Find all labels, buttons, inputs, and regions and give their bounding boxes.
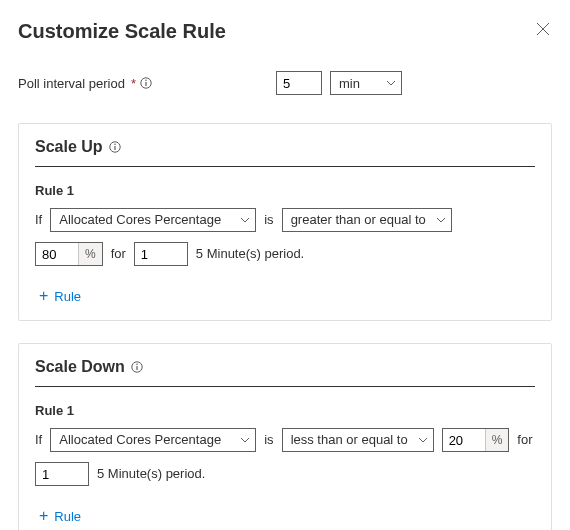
svg-rect-7 (136, 366, 137, 370)
scale-up-threshold-field[interactable]: % (35, 242, 103, 266)
poll-interval-input[interactable] (276, 71, 322, 95)
svg-rect-8 (136, 364, 137, 365)
plus-icon: + (39, 508, 48, 524)
for-label: for (517, 428, 532, 452)
svg-rect-1 (145, 82, 146, 86)
for-label: for (111, 242, 126, 266)
info-icon[interactable] (109, 141, 121, 153)
svg-rect-2 (145, 80, 146, 81)
chevron-down-icon (240, 217, 250, 223)
required-asterisk: * (131, 76, 136, 91)
svg-rect-4 (114, 146, 115, 150)
svg-rect-5 (114, 144, 115, 145)
scale-down-period-count-input[interactable] (35, 462, 89, 486)
close-icon[interactable] (534, 20, 552, 38)
period-text: 5 Minute(s) period. (97, 462, 205, 486)
scale-down-threshold-field[interactable]: % (442, 428, 510, 452)
scale-down-panel: Scale Down Rule 1 If Allocated Cores Per… (18, 343, 552, 530)
chevron-down-icon (436, 217, 446, 223)
poll-unit-select[interactable]: min (330, 71, 402, 95)
is-label: is (264, 208, 273, 232)
scale-up-metric-select[interactable]: Allocated Cores Percentage (50, 208, 256, 232)
poll-unit-value: min (339, 76, 360, 91)
scale-up-rule-title: Rule 1 (35, 183, 535, 198)
scale-up-operator-value: greater than or equal to (291, 208, 426, 232)
info-icon[interactable] (131, 361, 143, 373)
scale-down-operator-select[interactable]: less than or equal to (282, 428, 434, 452)
chevron-down-icon (386, 80, 396, 86)
info-icon[interactable] (140, 77, 152, 89)
scale-down-rule-title: Rule 1 (35, 403, 535, 418)
add-rule-label: Rule (54, 509, 81, 524)
percent-suffix: % (485, 429, 509, 451)
scale-down-add-rule-button[interactable]: + Rule (35, 504, 85, 526)
scale-down-operator-value: less than or equal to (291, 428, 408, 452)
poll-interval-label: Poll interval period (18, 76, 125, 91)
scale-up-panel: Scale Up Rule 1 If Allocated Cores Perce… (18, 123, 552, 321)
scale-up-heading: Scale Up (35, 138, 103, 156)
scale-up-metric-value: Allocated Cores Percentage (59, 208, 221, 232)
if-label: If (35, 208, 42, 232)
scale-down-metric-select[interactable]: Allocated Cores Percentage (50, 428, 256, 452)
chevron-down-icon (418, 437, 428, 443)
scale-up-operator-select[interactable]: greater than or equal to (282, 208, 452, 232)
scale-up-period-count-input[interactable] (134, 242, 188, 266)
scale-up-add-rule-button[interactable]: + Rule (35, 284, 85, 306)
page-title: Customize Scale Rule (18, 20, 226, 43)
scale-up-threshold-input[interactable] (36, 243, 78, 265)
plus-icon: + (39, 288, 48, 304)
poll-interval-row: Poll interval period * min (18, 71, 552, 95)
period-text: 5 Minute(s) period. (196, 242, 304, 266)
percent-suffix: % (78, 243, 102, 265)
scale-down-metric-value: Allocated Cores Percentage (59, 428, 221, 452)
scale-down-heading: Scale Down (35, 358, 125, 376)
chevron-down-icon (240, 437, 250, 443)
scale-down-threshold-input[interactable] (443, 429, 485, 451)
if-label: If (35, 428, 42, 452)
add-rule-label: Rule (54, 289, 81, 304)
is-label: is (264, 428, 273, 452)
